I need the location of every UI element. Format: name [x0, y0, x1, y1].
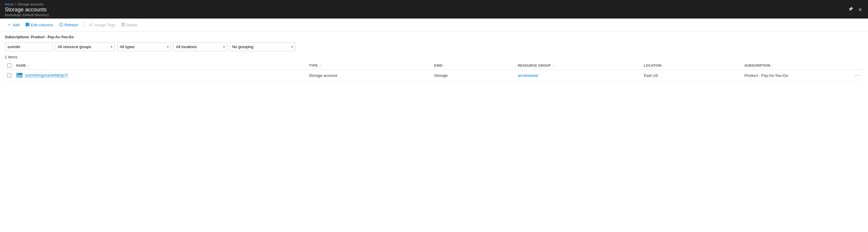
refresh-button[interactable]: Refresh [57, 21, 81, 29]
th-location-label: LOCATION [644, 64, 661, 67]
close-button[interactable]: ✕ [857, 6, 863, 13]
resource-groups-filter[interactable]: All resource groups ▾ [55, 42, 115, 51]
svg-rect-10 [17, 74, 19, 74]
delete-button[interactable]: Delete [119, 21, 140, 29]
assign-tags-icon: 🏷 [89, 22, 93, 27]
add-label: Add [12, 23, 20, 27]
assign-tags-button[interactable]: 🏷 Assign Tags [87, 21, 118, 28]
header-left: Home > Storage accounts Storage accounts… [5, 2, 49, 17]
items-count: 1 items [5, 55, 863, 59]
storage-account-icon [16, 72, 23, 78]
sort-icon-name[interactable]: ↕ [28, 64, 30, 67]
breadcrumb-home[interactable]: Home [5, 2, 13, 6]
add-icon: ＋ [7, 22, 11, 28]
delete-icon [121, 22, 125, 28]
th-subscription[interactable]: SUBSCRIPTION ↕ [742, 62, 851, 70]
th-rg-label: RESOURCE GROUP [518, 64, 551, 67]
row-actions-cell: ··· [851, 70, 863, 81]
grouping-filter[interactable]: No grouping ▾ [229, 42, 295, 51]
breadcrumb-current: Storage accounts [18, 2, 44, 6]
table-header: NAME ↕ TYPE ↕ KIND ↕ RESOURCE GROUP ↕ LO… [5, 62, 863, 70]
search-input[interactable] [5, 42, 53, 51]
row-type-cell: Storage account [306, 70, 432, 81]
resource-groups-select[interactable]: All resource groups [55, 42, 115, 51]
th-actions [851, 62, 863, 70]
row-checkbox[interactable] [7, 73, 11, 78]
content: Subscriptions: Product - Pay-As-You-Go A… [0, 31, 868, 85]
sort-icon-kind[interactable]: ↕ [444, 64, 446, 67]
select-all-checkbox[interactable] [7, 63, 11, 67]
locations-select[interactable]: All locations [173, 42, 227, 51]
row-context-menu-button[interactable]: ··· [854, 72, 861, 79]
toolbar: ＋ Add Edit columns Refresh 🏷 Assign Tags… [0, 19, 868, 31]
sort-icon-rg[interactable]: ↕ [553, 64, 554, 67]
row-subscription-cell: Product - Pay-As-You-Go [742, 70, 851, 81]
subscriptions-value: Product - Pay-As-You-Go [31, 35, 73, 39]
types-filter[interactable]: All types ▾ [117, 42, 171, 51]
row-name-cell: sumobrlogsoauiellqhqv7i [14, 70, 306, 81]
th-location[interactable]: LOCATION ↕ [642, 62, 742, 70]
svg-rect-11 [17, 75, 22, 76]
header: Home > Storage accounts Storage accounts… [0, 0, 868, 19]
svg-rect-0 [26, 23, 27, 26]
refresh-icon [59, 22, 63, 28]
th-subscription-label: SUBSCRIPTION [744, 64, 770, 67]
svg-rect-1 [27, 23, 28, 26]
th-type-label: TYPE [309, 64, 318, 67]
table-header-row: NAME ↕ TYPE ↕ KIND ↕ RESOURCE GROUP ↕ LO… [5, 62, 863, 70]
resource-name-link[interactable]: sumobrlogsoauiellqhqv7i [25, 73, 68, 78]
header-subtitle: itsumologic (Default Directory) [5, 13, 49, 17]
filters-row: All resource groups ▾ All types ▾ All lo… [5, 42, 863, 51]
subscriptions-key: Subscriptions: [5, 35, 30, 39]
sort-icon-location[interactable]: ↕ [663, 64, 665, 67]
row-kind-cell: Storage [432, 70, 515, 81]
edit-columns-label: Edit columns [31, 23, 53, 27]
sort-icon-type[interactable]: ↕ [320, 64, 321, 67]
pin-button[interactable] [847, 6, 855, 13]
delete-label: Delete [126, 23, 137, 27]
grouping-select[interactable]: No grouping [229, 42, 295, 51]
th-kind-label: KIND [434, 64, 442, 67]
edit-columns-button[interactable]: Edit columns [23, 21, 55, 29]
types-select[interactable]: All types [117, 42, 171, 51]
table-row: sumobrlogsoauiellqhqv7i Storage account … [5, 70, 863, 81]
svg-rect-2 [29, 23, 29, 26]
page-title: Storage accounts [5, 7, 49, 13]
svg-rect-12 [17, 76, 22, 77]
svg-rect-13 [17, 77, 20, 78]
th-type[interactable]: TYPE ↕ [306, 62, 432, 70]
assign-tags-label: Assign Tags [94, 23, 115, 27]
breadcrumb: Home > Storage accounts [5, 2, 49, 6]
data-table: NAME ↕ TYPE ↕ KIND ↕ RESOURCE GROUP ↕ LO… [5, 62, 863, 81]
th-checkbox [5, 62, 14, 70]
row-rg-cell: armtesteast [516, 70, 642, 81]
sort-icon-subscription[interactable]: ↕ [772, 64, 774, 67]
storage-icon-wrapper [16, 72, 23, 78]
breadcrumb-separator: > [14, 2, 17, 6]
table-body: sumobrlogsoauiellqhqv7i Storage account … [5, 70, 863, 81]
th-kind[interactable]: KIND ↕ [432, 62, 515, 70]
resource-name-wrapper: sumobrlogsoauiellqhqv7i [16, 72, 304, 78]
row-location-cell: East US [642, 70, 742, 81]
row-checkbox-cell [5, 70, 14, 81]
add-button[interactable]: ＋ Add [5, 21, 22, 29]
locations-filter[interactable]: All locations ▾ [173, 42, 227, 51]
th-resource-group[interactable]: RESOURCE GROUP ↕ [516, 62, 642, 70]
header-actions: ✕ [847, 6, 863, 13]
subscriptions-bar: Subscriptions: Product - Pay-As-You-Go [5, 35, 863, 39]
refresh-label: Refresh [65, 23, 78, 27]
th-name[interactable]: NAME ↕ [14, 62, 306, 70]
toolbar-divider [83, 21, 84, 28]
th-name-label: NAME [16, 64, 26, 67]
resource-group-link[interactable]: armtesteast [518, 73, 538, 78]
edit-columns-icon [25, 22, 30, 28]
